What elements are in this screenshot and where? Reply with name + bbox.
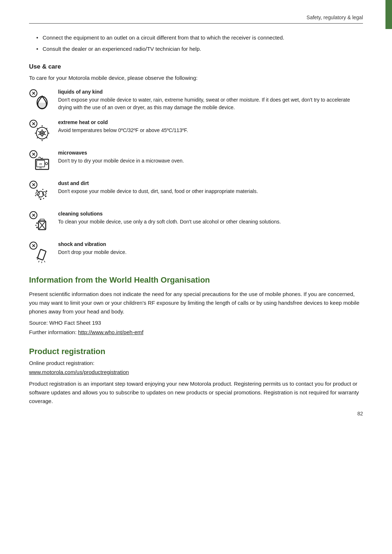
liquids-title: liquids of any kind — [58, 89, 363, 95]
header-title: Safety, regulatory & legal — [307, 15, 363, 20]
product-reg-heading: Product registration — [29, 347, 363, 356]
who-further-info: Further information: http://www.who.int/… — [29, 328, 363, 337]
who-paragraph: Present scientific information does not … — [29, 290, 363, 316]
shock-desc: Don't drop your mobile device. — [58, 249, 363, 256]
svg-point-34 — [45, 196, 46, 197]
svg-rect-20 — [36, 159, 49, 169]
section-tab — [385, 0, 392, 29]
svg-point-45 — [36, 225, 37, 226]
svg-text:✕: ✕ — [32, 152, 36, 157]
use-care-intro: To care for your Motorola mobile device,… — [29, 74, 363, 82]
shock-content: shock and vibration Don't drop your mobi… — [58, 241, 363, 256]
svg-point-22 — [45, 163, 48, 165]
list-item: Consult the dealer or an experienced rad… — [29, 45, 363, 53]
svg-line-54 — [44, 261, 45, 262]
liquids-icon: ✕ — [29, 89, 52, 111]
svg-point-36 — [43, 198, 44, 199]
dust-title: dust and dirt — [58, 180, 363, 186]
svg-point-29 — [42, 192, 46, 195]
svg-point-46 — [36, 227, 38, 228]
heat-desc: Avoid temperatures below 0ºC/32ºF or abo… — [58, 127, 363, 134]
svg-line-10 — [37, 128, 38, 129]
care-item-shock: ✕ shock and vibration Don't drop your mo… — [29, 241, 363, 264]
page-header: Safety, regulatory & legal — [29, 15, 363, 24]
who-link[interactable]: http://www.who.int/peh-emf — [78, 329, 143, 335]
cleaning-content: cleaning solutions To clean your mobile … — [58, 211, 363, 226]
product-reg-intro: Online product registration: — [29, 360, 363, 366]
dust-desc: Don't expose your mobile device to dust,… — [58, 188, 363, 195]
svg-line-12 — [37, 137, 38, 138]
svg-point-31 — [42, 189, 44, 190]
svg-line-13 — [46, 128, 47, 129]
care-item-cleaning: ✕ cleaning solutions To clean your mobil — [29, 211, 363, 233]
svg-point-37 — [40, 198, 41, 200]
svg-text:m: m — [39, 162, 42, 166]
bullet-item-1: Connect the equipment to an outlet on a … — [42, 34, 284, 42]
heat-title: extreme heat or cold — [58, 119, 363, 125]
use-care-section: Use & care To care for your Motorola mob… — [29, 63, 363, 264]
liquids-desc: Don't expose your mobile device to water… — [58, 96, 363, 111]
care-item-heat: ✕ — [29, 119, 363, 142]
svg-point-44 — [36, 222, 38, 224]
care-item-microwave: ✕ m m microwaves Don't try to dry your m… — [29, 150, 363, 172]
dust-icon: ✕ — [29, 180, 52, 203]
cleaning-icon: ✕ — [29, 211, 52, 233]
product-registration-section: Product registration Online product regi… — [29, 347, 363, 406]
microwave-desc: Don't try to dry your mobile device in a… — [58, 157, 363, 165]
svg-point-33 — [35, 195, 36, 196]
care-item-dust: ✕ dust and dirt Do — [29, 180, 363, 203]
microwave-icon: ✕ m m — [29, 150, 52, 172]
svg-text:✕: ✕ — [32, 121, 36, 127]
who-source: Source: WHO Fact Sheet 193 — [29, 320, 363, 326]
bullet-list: Connect the equipment to an outlet on a … — [29, 34, 363, 53]
cleaning-desc: To clean your mobile device, use only a … — [58, 218, 363, 226]
bullet-item-2: Consult the dealer or an experienced rad… — [42, 45, 201, 53]
care-item-liquids: ✕ liquids of any kind Don't expose your … — [29, 89, 363, 111]
cleaning-title: cleaning solutions — [58, 211, 363, 217]
product-reg-link[interactable]: www.motorola.com/us/productregistration — [29, 369, 363, 375]
svg-line-11 — [46, 137, 47, 138]
svg-text:✕: ✕ — [32, 91, 36, 96]
use-care-heading: Use & care — [29, 63, 363, 70]
svg-text:✕: ✕ — [32, 182, 36, 188]
svg-text:✕: ✕ — [32, 213, 36, 218]
liquids-content: liquids of any kind Don't expose your mo… — [58, 89, 363, 111]
heat-icon: ✕ — [29, 119, 52, 142]
further-info-label: Further information: — [29, 329, 78, 335]
svg-text:m: m — [40, 167, 42, 169]
svg-text:✕: ✕ — [32, 243, 36, 249]
microwave-title: microwaves — [58, 150, 363, 156]
who-heading: Information from the World Health Organi… — [29, 275, 363, 285]
svg-point-30 — [36, 190, 38, 191]
shock-title: shock and vibration — [58, 241, 363, 247]
microwave-content: microwaves Don't try to dry your mobile … — [58, 150, 363, 165]
heat-content: extreme heat or cold Avoid temperatures … — [58, 119, 363, 134]
svg-point-32 — [46, 190, 47, 192]
page-number: 82 — [357, 411, 363, 416]
product-reg-description: Product registration is an important ste… — [29, 379, 363, 406]
shock-icon: ✕ — [29, 241, 52, 264]
svg-line-50 — [36, 257, 38, 258]
svg-line-52 — [38, 261, 39, 262]
dust-content: dust and dirt Don't expose your mobile d… — [58, 180, 363, 195]
list-item: Connect the equipment to an outlet on a … — [29, 34, 363, 42]
svg-point-35 — [39, 197, 40, 198]
who-section: Information from the World Health Organi… — [29, 275, 363, 337]
